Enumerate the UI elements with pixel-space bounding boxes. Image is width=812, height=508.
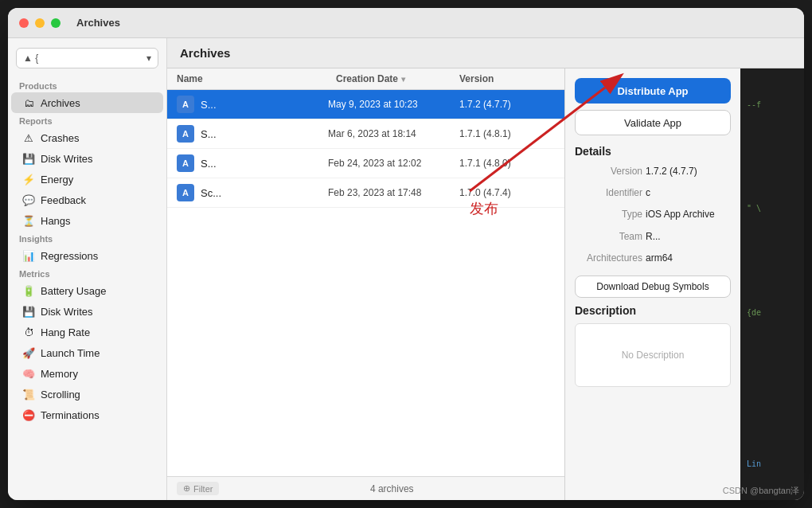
col-name-header: Name — [177, 73, 336, 84]
feedback-icon: 💬 — [22, 193, 35, 206]
content-header: Archives — [167, 38, 804, 68]
metrics-section-label: Metrics — [8, 266, 166, 280]
disk-writes-m-label: Disk Writes — [41, 306, 92, 318]
regressions-icon: 📊 — [22, 249, 35, 262]
battery-icon: 🔋 — [22, 284, 35, 297]
table-row[interactable]: A S... Feb 24, 2023 at 12:02 1.7.1 (4.8.… — [167, 149, 564, 178]
minimize-button[interactable] — [35, 18, 45, 28]
col-version-header: Version — [459, 73, 555, 84]
row-version: 1.7.1 (4.8.0) — [459, 158, 555, 169]
detail-type-row: Type iOS App Archive — [575, 207, 731, 222]
reports-section-label: Reports — [8, 113, 166, 127]
archives-label: Archives — [41, 97, 80, 109]
code-line-3: {de — [747, 308, 798, 317]
maximize-button[interactable] — [51, 18, 61, 28]
version-label: Version — [575, 164, 642, 179]
team-value: R... — [646, 229, 661, 244]
identifier-label: Identifier — [575, 186, 642, 201]
disk-writes-m-icon: 💾 — [22, 305, 35, 318]
table-header: Name Creation Date ▾ Version — [167, 68, 564, 90]
sidebar-item-energy[interactable]: ⚡ Energy — [11, 169, 163, 190]
main-content: Archives Name Creation Date ▾ Version — [167, 38, 804, 500]
sidebar-item-launch-time[interactable]: 🚀 Launch Time — [11, 342, 163, 363]
sidebar-item-terminations[interactable]: ⛔ Terminations — [11, 404, 163, 425]
sidebar-item-battery-usage[interactable]: 🔋 Battery Usage — [11, 280, 163, 301]
filter-label: Filter — [193, 484, 213, 494]
description-box: No Description — [575, 323, 731, 387]
validate-app-button[interactable]: Validate App — [575, 110, 731, 135]
detail-team-row: Team R... — [575, 229, 731, 244]
detail-arch-row: Architectures arm64 — [575, 251, 731, 266]
distribute-app-button[interactable]: Distribute App — [575, 78, 731, 104]
terminations-label: Terminations — [41, 409, 100, 421]
hangs-label: Hangs — [41, 215, 71, 227]
sidebar-item-archives[interactable]: 🗂 Archives — [11, 92, 163, 113]
regressions-label: Regressions — [41, 250, 98, 262]
sidebar-item-crashes[interactable]: ⚠ Crashes — [11, 127, 163, 148]
filter-input[interactable]: ⊕ Filter — [177, 482, 219, 495]
feedback-label: Feedback — [41, 194, 86, 206]
sidebar-item-disk-writes[interactable]: 💾 Disk Writes — [11, 148, 163, 169]
sidebar: ▲ { ▾ Products 🗂 Archives Reports ⚠ Cras… — [8, 38, 167, 500]
row-version: 1.7.1 (4.8.1) — [459, 128, 555, 139]
scheme-selector[interactable]: ▲ { ▾ — [16, 48, 158, 68]
launch-time-label: Launch Time — [41, 347, 100, 359]
details-panel: Distribute App Validate App Details Vers… — [565, 68, 740, 500]
row-name: S... — [201, 158, 328, 170]
identifier-value: c — [646, 186, 650, 201]
close-button[interactable] — [19, 18, 29, 28]
type-value: iOS App Archive — [646, 207, 715, 222]
window-title: Archives — [76, 17, 120, 29]
detail-identifier-row: Identifier c — [575, 186, 731, 201]
launch-time-icon: 🚀 — [22, 346, 35, 359]
memory-label: Memory — [41, 368, 78, 380]
hangs-icon: ⏳ — [22, 214, 35, 227]
arch-label: Architectures — [575, 251, 642, 266]
no-description-label: No Description — [622, 350, 685, 361]
sidebar-item-memory[interactable]: 🧠 Memory — [11, 363, 163, 384]
row-icon: A — [177, 96, 194, 113]
row-name: S... — [201, 99, 328, 111]
disk-writes-icon: 💾 — [22, 152, 35, 165]
chevron-down-icon: ▾ — [146, 53, 151, 64]
scrolling-label: Scrolling — [41, 389, 80, 401]
insights-section-label: Insights — [8, 231, 166, 245]
row-date: Feb 24, 2023 at 12:02 — [328, 158, 459, 169]
description-title: Description — [575, 304, 731, 317]
scheme-label: ▲ { — [23, 53, 38, 64]
archive-count: 4 archives — [228, 483, 555, 494]
row-name: Sc... — [201, 187, 328, 199]
arch-value: arm64 — [646, 251, 673, 266]
table-body: A S... May 9, 2023 at 10:23 1.7.2 (4.7.7… — [167, 90, 564, 476]
products-section-label: Products — [8, 78, 166, 92]
sidebar-item-feedback[interactable]: 💬 Feedback — [11, 190, 163, 210]
sidebar-item-hang-rate[interactable]: ⏱ Hang Rate — [11, 322, 163, 342]
row-date: Mar 6, 2023 at 18:14 — [328, 128, 459, 139]
team-label: Team — [575, 229, 642, 244]
row-name: S... — [201, 128, 328, 140]
sidebar-item-scrolling[interactable]: 📜 Scrolling — [11, 384, 163, 404]
watermark: CSDN @bangtan泽 — [723, 485, 799, 497]
memory-icon: 🧠 — [22, 367, 35, 380]
row-version: 1.7.2 (4.7.7) — [459, 99, 555, 110]
sidebar-item-regressions[interactable]: 📊 Regressions — [11, 245, 163, 266]
row-date: Feb 23, 2023 at 17:48 — [328, 187, 459, 198]
archives-icon: 🗂 — [22, 96, 35, 109]
battery-label: Battery Usage — [41, 285, 106, 297]
table-row[interactable]: A S... Mar 6, 2023 at 18:14 1.7.1 (4.8.1… — [167, 119, 564, 149]
download-debug-symbols-button[interactable]: Download Debug Symbols — [575, 275, 731, 298]
disk-writes-label: Disk Writes — [41, 153, 92, 165]
table-footer: ⊕ Filter 4 archives — [167, 476, 564, 500]
archives-panel: Name Creation Date ▾ Version A S... — [167, 68, 565, 500]
table-row[interactable]: A Sc... Feb 23, 2023 at 17:48 1.7.0 (4.7… — [167, 178, 564, 208]
crashes-label: Crashes — [41, 132, 79, 144]
content-title: Archives — [180, 46, 230, 60]
table-row[interactable]: A S... May 9, 2023 at 10:23 1.7.2 (4.7.7… — [167, 90, 564, 119]
version-value: 1.7.2 (4.7.7) — [646, 164, 697, 179]
code-line-1: --f — [747, 100, 798, 109]
sidebar-item-disk-writes-m[interactable]: 💾 Disk Writes — [11, 301, 163, 322]
code-line-2: " \ — [747, 204, 798, 213]
hang-rate-icon: ⏱ — [22, 326, 35, 338]
details-section-title: Details — [575, 145, 731, 158]
sidebar-item-hangs[interactable]: ⏳ Hangs — [11, 210, 163, 231]
